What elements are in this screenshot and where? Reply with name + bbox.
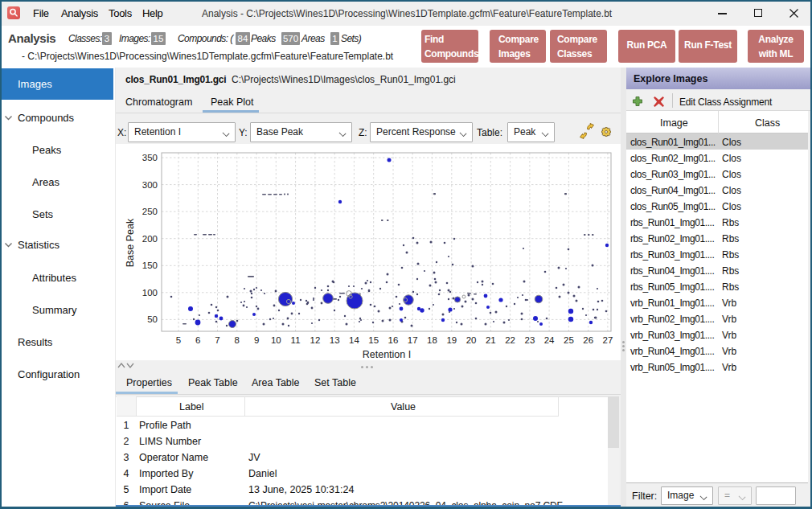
svg-text:100: 100 — [142, 288, 158, 298]
svg-text:17: 17 — [408, 335, 418, 345]
svg-text:24: 24 — [544, 335, 555, 345]
svg-text:300: 300 — [142, 180, 158, 190]
svg-text:11: 11 — [291, 335, 301, 345]
svg-text:20: 20 — [466, 335, 477, 345]
svg-text:7: 7 — [215, 335, 219, 345]
svg-text:250: 250 — [142, 207, 158, 216]
svg-text:26: 26 — [583, 335, 593, 345]
svg-text:21: 21 — [486, 335, 496, 345]
svg-text:16: 16 — [388, 335, 399, 345]
svg-text:10: 10 — [271, 335, 281, 345]
svg-text:27: 27 — [603, 335, 613, 345]
svg-text:350: 350 — [142, 153, 158, 162]
svg-text:9: 9 — [254, 335, 259, 345]
svg-text:19: 19 — [446, 335, 457, 345]
svg-text:12: 12 — [310, 335, 321, 345]
svg-text:150: 150 — [142, 261, 158, 270]
svg-text:22: 22 — [505, 335, 515, 345]
svg-text:25: 25 — [564, 335, 574, 345]
svg-text:8: 8 — [235, 335, 240, 345]
svg-text:Retention I: Retention I — [363, 349, 411, 360]
svg-text:15: 15 — [368, 335, 379, 345]
svg-text:14: 14 — [349, 335, 359, 345]
svg-text:6: 6 — [195, 335, 200, 345]
svg-text:5: 5 — [176, 335, 181, 345]
svg-text:200: 200 — [142, 234, 158, 244]
svg-text:23: 23 — [525, 335, 535, 345]
svg-text:13: 13 — [330, 335, 340, 345]
svg-text:Base Peak: Base Peak — [125, 218, 136, 267]
svg-text:50: 50 — [147, 314, 158, 324]
svg-text:18: 18 — [427, 335, 437, 345]
